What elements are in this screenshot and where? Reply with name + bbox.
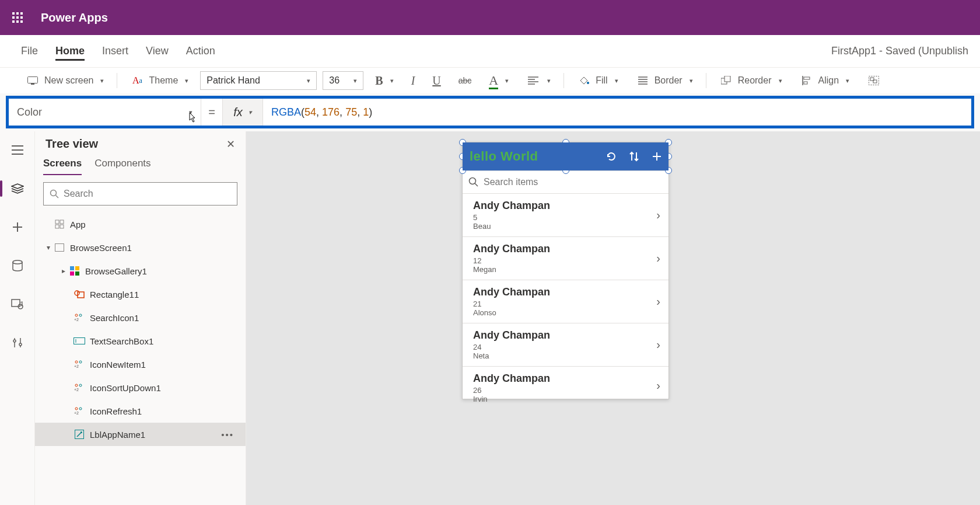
node-searchicon1[interactable]: +2 SearchIcon1 <box>35 306 246 329</box>
font-size-dropdown[interactable]: 36 ▾ <box>323 71 363 90</box>
font-name-value: Patrick Hand <box>206 75 260 86</box>
titlebar: Power Apps <box>0 0 980 35</box>
data-icon[interactable] <box>7 255 28 276</box>
control-icon: +2 <box>74 312 85 323</box>
list-item[interactable]: Andy Champan24Neta › <box>463 323 668 367</box>
formula-input[interactable]: RGBA(54, 176, 75, 1) <box>263 99 971 126</box>
svg-rect-47 <box>75 266 79 270</box>
chevron-right-icon: › <box>656 338 660 351</box>
sort-icon[interactable] <box>629 151 639 162</box>
app-header[interactable]: lello World <box>463 142 668 170</box>
bold-button[interactable]: B▾ <box>369 74 399 88</box>
svg-rect-9 <box>28 77 38 83</box>
tree-view-icon[interactable] <box>7 178 28 199</box>
menu-view[interactable]: View <box>146 41 169 61</box>
svg-rect-46 <box>70 266 74 270</box>
fx-button[interactable]: fx▾ <box>222 99 263 126</box>
fill-button[interactable]: Fill ▾ <box>571 75 624 86</box>
menu-home[interactable]: Home <box>55 41 85 61</box>
svg-rect-10 <box>31 83 34 85</box>
chevron-down-icon: ▾ <box>354 77 357 85</box>
insert-icon[interactable] <box>7 217 28 238</box>
node-textsearchbox1[interactable]: TextSearchBox1 <box>35 329 246 353</box>
italic-button[interactable]: I <box>405 74 421 88</box>
app-launcher-icon[interactable] <box>8 8 27 27</box>
menubar: File Home Insert View Action FirstApp1 -… <box>0 35 980 68</box>
node-browsegallery1[interactable]: ▸ BrowseGallery1 <box>35 259 246 283</box>
refresh-icon[interactable] <box>606 151 617 162</box>
align-label: Align <box>818 75 839 86</box>
shape-icon <box>74 288 85 300</box>
list-item[interactable]: Andy Champan5Beau › <box>463 194 668 237</box>
reorder-button[interactable]: Reorder ▾ <box>713 75 788 86</box>
svg-text:+2: +2 <box>74 364 79 368</box>
svg-point-63 <box>75 408 78 410</box>
search-icon <box>468 177 479 187</box>
svg-rect-49 <box>75 271 79 276</box>
svg-text:+2: +2 <box>74 411 79 415</box>
node-iconnewitem1[interactable]: +2 IconNewItem1 <box>35 353 246 376</box>
reorder-icon <box>719 76 733 85</box>
font-name-dropdown[interactable]: Patrick Hand ▾ <box>200 71 317 90</box>
node-browsescreen1[interactable]: ▾ BrowseScreen1 <box>35 236 246 259</box>
node-app[interactable]: App <box>35 213 246 236</box>
svg-point-33 <box>13 260 22 264</box>
tab-components[interactable]: Components <box>94 158 150 175</box>
chevron-down-icon: ▾ <box>100 77 104 85</box>
chevron-down-icon: ▾ <box>547 77 551 85</box>
tree-search-input[interactable] <box>64 189 231 199</box>
menu-insert[interactable]: Insert <box>102 41 128 61</box>
search-items-box[interactable] <box>463 170 668 194</box>
font-color-button[interactable]: A▾ <box>483 73 514 88</box>
list-item[interactable]: Andy Champan21Alonso › <box>463 280 668 323</box>
svg-point-58 <box>79 361 82 363</box>
app-icon <box>54 218 65 230</box>
hamburger-icon[interactable] <box>7 140 28 161</box>
underline-button[interactable]: U <box>426 74 446 88</box>
svg-line-70 <box>475 183 478 186</box>
menu-action[interactable]: Action <box>186 41 215 61</box>
advanced-tools-icon[interactable] <box>7 332 28 353</box>
node-iconsortupdown1[interactable]: +2 IconSortUpDown1 <box>35 376 246 399</box>
add-icon[interactable] <box>651 151 663 162</box>
canvas[interactable]: lello World Andy Champan5Beau › Andy Cha… <box>246 131 980 505</box>
align-button[interactable]: Align ▾ <box>794 75 856 86</box>
align-objects-icon <box>800 76 814 85</box>
search-items-input[interactable] <box>484 177 663 187</box>
chevron-right-icon: › <box>656 295 660 308</box>
border-button[interactable]: Border ▾ <box>630 75 699 86</box>
property-value: Color <box>17 106 42 119</box>
formula-bar: Color ▾ = fx▾ RGBA(54, 176, 75, 1) <box>6 96 974 128</box>
group-icon <box>867 76 881 85</box>
chevron-down-icon: ▾ <box>846 77 849 85</box>
svg-rect-45 <box>55 244 64 252</box>
node-more-icon[interactable]: ••• <box>221 430 237 440</box>
menu-file[interactable]: File <box>21 41 38 61</box>
list-item[interactable]: Andy Champan26Irvin › <box>463 367 668 399</box>
tab-screens[interactable]: Screens <box>43 158 82 175</box>
close-icon[interactable]: ✕ <box>226 138 235 151</box>
tree-search[interactable] <box>43 182 237 206</box>
tree-panel: Tree view ✕ Screens Components App ▾ Bro… <box>35 131 246 505</box>
svg-point-60 <box>75 384 78 386</box>
new-screen-button[interactable]: New screen ▾ <box>20 75 110 86</box>
node-rectangle11[interactable]: Rectangle11 <box>35 283 246 306</box>
theme-button[interactable]: Aa Theme ▾ <box>124 75 194 86</box>
svg-point-69 <box>470 178 476 184</box>
list-item[interactable]: Andy Champan12Megan › <box>463 237 668 280</box>
svg-rect-44 <box>60 225 64 228</box>
reorder-label: Reorder <box>738 75 772 86</box>
property-dropdown[interactable]: Color ▾ <box>9 99 201 126</box>
node-iconrefresh1[interactable]: +2 IconRefresh1 <box>35 399 246 423</box>
ribbon: New screen ▾ Aa Theme ▾ Patrick Hand ▾ 3… <box>0 68 980 93</box>
strikethrough-button[interactable]: abc <box>453 76 478 85</box>
svg-rect-1 <box>16 12 19 15</box>
group-button[interactable] <box>861 76 887 85</box>
formula-function: RGBA <box>271 106 301 119</box>
text-align-button[interactable]: ▾ <box>520 76 556 85</box>
chevron-down-icon: ▾ <box>690 77 693 85</box>
media-icon[interactable] <box>7 294 28 315</box>
node-lblappname1[interactable]: LblAppName1 ••• <box>35 423 246 446</box>
chevron-down-icon: ▾ <box>615 77 618 85</box>
theme-label: Theme <box>149 75 178 86</box>
